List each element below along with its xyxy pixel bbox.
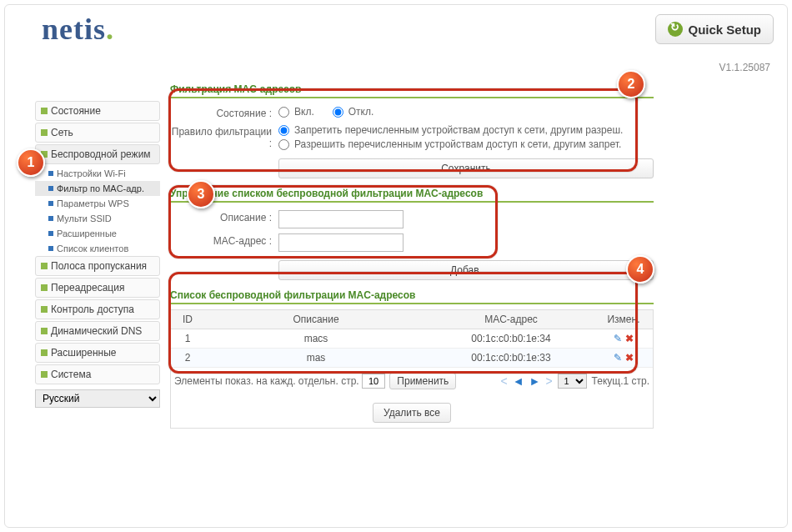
sidebar-sub-wifi[interactable]: Настройки Wi-Fi: [35, 166, 160, 181]
current-page-text: Текущ.1 стр.: [592, 375, 649, 387]
sidebar-item-status[interactable]: Состояние: [35, 101, 160, 121]
desc-label: Описание :: [170, 210, 278, 223]
badge-3: 3: [187, 180, 215, 208]
th-act: Измен.: [594, 310, 653, 329]
rule-deny-radio[interactable]: [278, 125, 289, 136]
quick-setup-label: Quick Setup: [688, 23, 761, 37]
section-title-manage: Управление списком беспроводной фильтрац…: [170, 188, 654, 203]
sidebar: Состояние Сеть Беспроводной режим Настро…: [35, 101, 160, 408]
delete-all-button[interactable]: Удалить все: [373, 403, 451, 423]
bullet-icon: [41, 129, 48, 136]
rule-allow-radio[interactable]: [278, 139, 289, 150]
badge-2: 2: [617, 70, 645, 98]
sidebar-sub-mac-filter[interactable]: Фильтр по MAC-адр.: [35, 181, 160, 196]
state-label: Состояние :: [170, 106, 278, 119]
bullet-icon: [41, 284, 48, 291]
badge-4: 4: [626, 255, 654, 284]
pager-text: Элементы показ. на кажд. отдельн. стр.: [174, 375, 359, 387]
badge-1: 1: [17, 148, 45, 177]
add-button[interactable]: Добав.: [278, 260, 654, 280]
section-title-filter: Фильтрация MAC-адресов: [170, 83, 654, 98]
sidebar-item-access[interactable]: Контроль доступа: [35, 299, 160, 319]
section-title-list: Список беспроводной фильтрации MAC-адрес…: [170, 289, 654, 304]
version-text: V1.1.25087: [719, 62, 770, 73]
bullet-icon: [48, 201, 53, 206]
quick-setup-button[interactable]: Quick Setup: [655, 14, 774, 44]
mac-input[interactable]: [278, 233, 404, 252]
sidebar-sub-advanced[interactable]: Расширенные: [35, 226, 160, 241]
logo-dot: .: [106, 13, 114, 46]
th-desc: Описание: [204, 310, 428, 329]
apply-button[interactable]: Применить: [389, 373, 456, 389]
th-id: ID: [171, 310, 204, 329]
last-page-icon[interactable]: >: [545, 374, 552, 388]
content-area: Фильтрация MAC-адресов Состояние : Вкл. …: [170, 77, 654, 429]
mac-label: MAC-адрес :: [170, 233, 278, 247]
bullet-icon: [41, 349, 48, 356]
bullet-icon: [41, 328, 48, 334]
sidebar-sub-clients[interactable]: Список клиентов: [35, 241, 160, 256]
bullet-icon: [41, 263, 48, 269]
rule-label: Правило фильтрации :: [170, 124, 278, 149]
state-off-radio[interactable]: [333, 107, 343, 118]
language-select[interactable]: Русский: [35, 389, 160, 408]
bullet-icon: [41, 306, 48, 313]
prev-page-icon[interactable]: ◄: [513, 374, 524, 388]
refresh-icon: [668, 22, 683, 37]
sidebar-item-wireless[interactable]: Беспроводной режим: [35, 144, 160, 164]
delete-icon[interactable]: ✖: [625, 333, 634, 344]
sidebar-item-forwarding[interactable]: Переадресация: [35, 278, 160, 298]
sidebar-item-advanced[interactable]: Расширенные: [35, 343, 160, 363]
sidebar-item-bandwidth[interactable]: Полоса пропускания: [35, 256, 160, 276]
bullet-icon: [48, 246, 53, 251]
table-row: 1 macs 00:1c:c0:b0:1e:34 ✎✖: [171, 329, 653, 349]
delete-icon[interactable]: ✖: [625, 352, 634, 364]
sidebar-sub-multi-ssid[interactable]: Мульти SSID: [35, 211, 160, 226]
bullet-icon: [48, 186, 53, 191]
first-page-icon[interactable]: <: [500, 374, 507, 388]
sidebar-item-ddns[interactable]: Динамический DNS: [35, 321, 160, 341]
table-row: 2 mas 00:1c:c0:b0:1e:33 ✎✖: [171, 349, 653, 368]
per-page-input[interactable]: [362, 374, 385, 389]
state-on-radio[interactable]: [278, 107, 289, 118]
logo: netis.: [42, 12, 114, 47]
bullet-icon: [48, 216, 53, 221]
edit-icon[interactable]: ✎: [614, 352, 622, 364]
bullet-icon: [41, 371, 48, 378]
bullet-icon: [41, 108, 48, 114]
sidebar-sub-wps[interactable]: Параметры WPS: [35, 196, 160, 211]
edit-icon[interactable]: ✎: [614, 333, 622, 344]
mac-table: ID Описание MAC-адрес Измен. 1 macs 00:1…: [170, 309, 654, 429]
page-select[interactable]: 1: [558, 374, 587, 389]
save-button[interactable]: Сохранить: [278, 158, 654, 178]
sidebar-item-network[interactable]: Сеть: [35, 123, 160, 143]
next-page-icon[interactable]: ►: [529, 374, 541, 388]
desc-input[interactable]: [278, 210, 404, 228]
th-mac: MAC-адрес: [428, 310, 594, 329]
sidebar-item-system[interactable]: Система: [35, 364, 160, 384]
bullet-icon: [48, 231, 53, 236]
bullet-icon: [48, 171, 53, 176]
